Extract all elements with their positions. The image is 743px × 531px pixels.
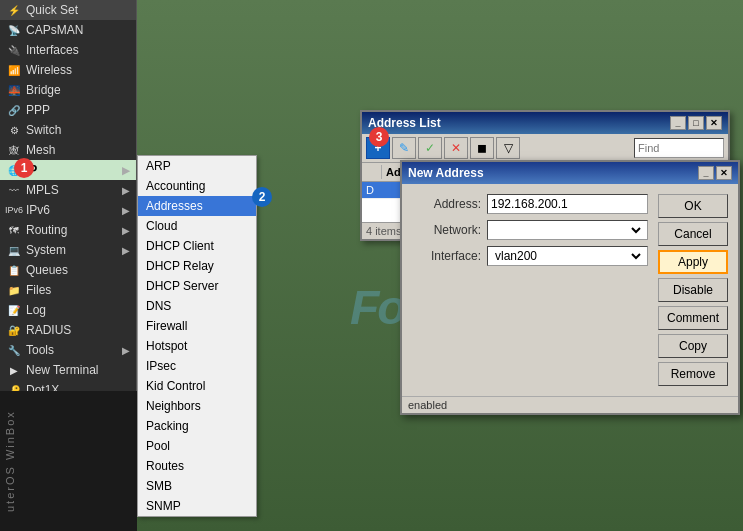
address-field-row: Address: [412, 194, 648, 214]
sidebar-item-wireless[interactable]: 📶 Wireless [0, 60, 136, 80]
badge-1: 1 [14, 158, 34, 178]
sidebar-item-radius[interactable]: 🔐 RADIUS [0, 320, 136, 340]
sidebar-item-new-terminal[interactable]: ▶ New Terminal [0, 360, 136, 380]
ip-submenu: ARP Accounting Addresses Cloud DHCP Clie… [137, 155, 257, 517]
check-button[interactable]: ✓ [418, 137, 442, 159]
submenu-item-pool[interactable]: Pool [138, 436, 256, 456]
disable-button[interactable]: Disable [658, 278, 728, 302]
sidebar-item-files[interactable]: 📁 Files [0, 280, 136, 300]
submenu-item-addresses[interactable]: Addresses [138, 196, 256, 216]
sidebar-item-tools[interactable]: 🔧 Tools ▶ [0, 340, 136, 360]
sidebar-label-interfaces: Interfaces [26, 43, 79, 57]
ok-button[interactable]: OK [658, 194, 728, 218]
sidebar-label-ipv6: IPv6 [26, 203, 50, 217]
submenu-item-packing[interactable]: Packing [138, 416, 256, 436]
sidebar-item-system[interactable]: 💻 System ▶ [0, 240, 136, 260]
routing-icon: 🗺 [6, 222, 22, 238]
submenu-item-dhcp-relay[interactable]: DHCP Relay [138, 256, 256, 276]
submenu-item-neighbors[interactable]: Neighbors [138, 396, 256, 416]
sidebar-item-mesh[interactable]: 🕸 Mesh [0, 140, 136, 160]
new-addr-minimize-button[interactable]: _ [698, 166, 714, 180]
dialog-body: Address: Network: Interface: vlan200 [402, 184, 738, 396]
submenu-item-smb[interactable]: SMB [138, 476, 256, 496]
comment-button[interactable]: Comment [658, 306, 728, 330]
submenu-item-routes[interactable]: Routes [138, 456, 256, 476]
addr-list-maximize-button[interactable]: □ [688, 116, 704, 130]
submenu-item-ipsec[interactable]: IPsec [138, 356, 256, 376]
filter-button[interactable]: ▽ [496, 137, 520, 159]
sidebar-label-files: Files [26, 283, 51, 297]
interface-field-label: Interface: [412, 249, 487, 263]
sidebar-label-log: Log [26, 303, 46, 317]
find-input[interactable] [634, 138, 724, 158]
sidebar-item-ppp[interactable]: 🔗 PPP [0, 100, 136, 120]
sidebar-item-queues[interactable]: 📋 Queues [0, 260, 136, 280]
sidebar-label-bridge: Bridge [26, 83, 61, 97]
sidebar-item-interfaces[interactable]: 🔌 Interfaces [0, 40, 136, 60]
copy-button[interactable]: Copy [658, 334, 728, 358]
sidebar-item-mpls[interactable]: 〰 MPLS ▶ [0, 180, 136, 200]
sidebar-item-switch[interactable]: ⚙ Switch [0, 120, 136, 140]
submenu-item-dhcp-client[interactable]: DHCP Client [138, 236, 256, 256]
row-flag: D [362, 183, 382, 197]
dialog-buttons: OK Cancel Apply Disable Comment Copy Rem… [658, 194, 728, 386]
edit-address-button[interactable]: ✎ [392, 137, 416, 159]
sidebar-item-ipv6[interactable]: IPv6 IPv6 ▶ [0, 200, 136, 220]
system-arrow-icon: ▶ [122, 245, 130, 256]
sidebar-item-quick-set[interactable]: ⚡ Quick Set [0, 0, 136, 20]
network-select[interactable] [491, 221, 644, 239]
submenu-item-accounting[interactable]: Accounting [138, 176, 256, 196]
sidebar-label-wireless: Wireless [26, 63, 72, 77]
bridge-icon: 🌉 [6, 82, 22, 98]
badge-2: 2 [252, 187, 272, 207]
log-icon: 📝 [6, 302, 22, 318]
submenu-item-firewall[interactable]: Firewall [138, 316, 256, 336]
sidebar-label-ppp: PPP [26, 103, 50, 117]
sidebar-item-capsman[interactable]: 📡 CAPsMAN [0, 20, 136, 40]
sidebar-label-tools: Tools [26, 343, 54, 357]
submenu-item-cloud[interactable]: Cloud [138, 216, 256, 236]
submenu-item-dhcp-server[interactable]: DHCP Server [138, 276, 256, 296]
radius-icon: 🔐 [6, 322, 22, 338]
new-addr-titlebar[interactable]: New Address _ ✕ [402, 162, 738, 184]
new-addr-close-button[interactable]: ✕ [716, 166, 732, 180]
sidebar-item-log[interactable]: 📝 Log [0, 300, 136, 320]
routing-arrow-icon: ▶ [122, 225, 130, 236]
addr-list-minimize-button[interactable]: _ [670, 116, 686, 130]
sidebar-label-radius: RADIUS [26, 323, 71, 337]
submenu-item-arp[interactable]: ARP [138, 156, 256, 176]
sidebar-label-queues: Queues [26, 263, 68, 277]
interface-field-select[interactable]: vlan200 [487, 246, 648, 266]
sidebar-label-mpls: MPLS [26, 183, 59, 197]
network-field-row: Network: [412, 220, 648, 240]
delete-address-button[interactable]: ✕ [444, 137, 468, 159]
sidebar-brand: uterOS WinBox [0, 391, 137, 531]
address-field-input[interactable] [487, 194, 648, 214]
sidebar-label-quick-set: Quick Set [26, 3, 78, 17]
submenu-item-dns[interactable]: DNS [138, 296, 256, 316]
switch-icon: ⚙ [6, 122, 22, 138]
addr-list-titlebar[interactable]: Address List _ □ ✕ [362, 112, 728, 134]
remove-button[interactable]: Remove [658, 362, 728, 386]
submenu-item-hotspot[interactable]: Hotspot [138, 336, 256, 356]
sidebar-label-routing: Routing [26, 223, 67, 237]
ip-arrow-icon: ▶ [122, 165, 130, 176]
sidebar-item-bridge[interactable]: 🌉 Bridge [0, 80, 136, 100]
apply-button[interactable]: Apply [658, 250, 728, 274]
mpls-icon: 〰 [6, 182, 22, 198]
interface-select[interactable]: vlan200 [491, 247, 644, 265]
badge-3: 3 [369, 127, 389, 147]
submenu-item-kid-control[interactable]: Kid Control [138, 376, 256, 396]
quick-set-icon: ⚡ [6, 2, 22, 18]
copy-address-button[interactable]: ◼ [470, 137, 494, 159]
addr-list-close-button[interactable]: ✕ [706, 116, 722, 130]
network-field-select[interactable] [487, 220, 648, 240]
files-icon: 📁 [6, 282, 22, 298]
ipv6-icon: IPv6 [6, 202, 22, 218]
ipv6-arrow-icon: ▶ [122, 205, 130, 216]
cancel-button[interactable]: Cancel [658, 222, 728, 246]
submenu-item-snmp[interactable]: SNMP [138, 496, 256, 516]
sidebar-item-routing[interactable]: 🗺 Routing ▶ [0, 220, 136, 240]
new-address-dialog: New Address _ ✕ Address: Network: [400, 160, 740, 415]
network-field-label: Network: [412, 223, 487, 237]
